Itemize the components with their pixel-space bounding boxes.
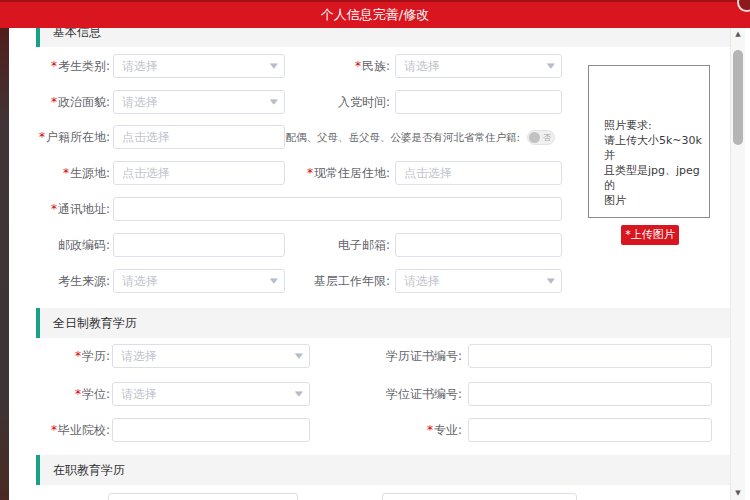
page-title: 个人信息完善/修改 xyxy=(0,2,750,27)
section-header-fulltime-education: 全日制教育学历 xyxy=(36,308,730,338)
graduate-school-label: *毕业院校: xyxy=(15,418,110,442)
education-select[interactable]: 请选择 ▼ xyxy=(112,344,310,368)
label-text: 考生来源: xyxy=(58,274,110,288)
ethnicity-label: *民族: xyxy=(239,54,390,78)
photo-requirements-line: 图片 xyxy=(604,193,703,208)
section-header-basic: 基本信息 xyxy=(36,28,730,47)
toggle-knob xyxy=(529,132,540,143)
party-join-time-input[interactable] xyxy=(395,90,562,114)
candidate-source-label: 考生来源: xyxy=(15,269,110,293)
grassroots-years-label: 基层工作年限: xyxy=(239,269,390,293)
label-text: 政治面貌: xyxy=(58,95,110,109)
select-value: 请选择 xyxy=(121,386,157,403)
photo-requirements-line: 照片要求: xyxy=(604,118,703,133)
degree-select[interactable]: 请选择 ▼ xyxy=(112,382,310,406)
hukou-toggle[interactable]: 否 xyxy=(527,130,555,145)
section-header-onjob-education: 在职教育学历 xyxy=(36,455,730,485)
chevron-down-icon: ▼ xyxy=(294,352,302,360)
required-asterisk: * xyxy=(307,166,313,180)
label-text: 民族: xyxy=(362,59,390,73)
label-text: 基层工作年限: xyxy=(314,274,390,288)
photo-requirements-line: 且类型是jpg、jpeg的 xyxy=(604,163,703,193)
scrollbar-thumb[interactable] xyxy=(733,50,743,145)
label-text: 入党时间: xyxy=(338,95,390,109)
required-asterisk: * xyxy=(63,166,69,180)
required-asterisk: * xyxy=(75,349,81,363)
section-title: 在职教育学历 xyxy=(53,463,125,477)
required-asterisk: * xyxy=(51,59,57,73)
label-text: 学位证书编号: xyxy=(386,387,462,401)
onjob-input-right-partial[interactable] xyxy=(382,493,577,500)
select-value: 请选择 xyxy=(121,348,157,365)
major-label: *专业: xyxy=(311,418,462,442)
grassroots-years-select[interactable]: 请选择 ▼ xyxy=(395,269,562,293)
label-text: 生源地: xyxy=(70,166,110,180)
chevron-down-icon: ▼ xyxy=(294,390,302,398)
label-text: 学历证书编号: xyxy=(386,349,462,363)
upload-photo-button[interactable]: *上传图片 xyxy=(621,225,679,245)
chevron-down-icon: ▼ xyxy=(546,277,554,285)
email-input[interactable] xyxy=(395,233,562,257)
scroll-down-icon[interactable]: ▼ xyxy=(731,487,745,500)
label-text: 专业: xyxy=(434,423,462,437)
education-cert-no-label: 学历证书编号: xyxy=(311,344,462,368)
postal-code-label: 邮政编码: xyxy=(15,233,110,257)
modal-header: 个人信息完善/修改 xyxy=(0,0,750,28)
current-residence-input[interactable] xyxy=(395,161,562,185)
label-text: 邮政编码: xyxy=(58,238,110,252)
education-cert-no-input[interactable] xyxy=(468,344,712,368)
required-asterisk: * xyxy=(51,95,57,109)
education-label: *学历: xyxy=(15,344,110,368)
required-asterisk: * xyxy=(51,423,57,437)
hukou-location-label: *户籍所在地: xyxy=(15,125,110,149)
section-title: 基本信息 xyxy=(53,28,101,39)
email-label: 电子邮箱: xyxy=(239,233,390,257)
label-text: 通讯地址: xyxy=(58,202,110,216)
origin-place-label: *生源地: xyxy=(15,161,110,185)
required-asterisk: * xyxy=(51,202,57,216)
chevron-down-icon: ▼ xyxy=(546,62,554,70)
major-input[interactable] xyxy=(468,418,712,442)
hukou-location-input[interactable] xyxy=(113,125,285,149)
select-value: 请选择 xyxy=(404,273,440,290)
required-asterisk: * xyxy=(75,387,81,401)
party-join-time-label: 入党时间: xyxy=(239,90,390,114)
select-value: 请选择 xyxy=(404,58,440,75)
scroll-up-icon[interactable]: ▲ xyxy=(731,28,745,41)
political-status-label: *政治面貌: xyxy=(15,90,110,114)
photo-requirements-line: 请上传大小5k~30k并 xyxy=(604,133,703,163)
label-text: 学历: xyxy=(82,349,110,363)
label-text: 考生类别: xyxy=(58,59,110,73)
candidate-type-label: *考生类别: xyxy=(15,54,110,78)
required-asterisk: * xyxy=(427,423,433,437)
current-residence-label: *现常住居住地: xyxy=(239,161,390,185)
personal-info-form: 基本信息 *考生类别: 请选择 ▼ *民族: 请选择 ▼ *政治面貌: 请选择 … xyxy=(9,28,730,500)
ethnicity-select[interactable]: 请选择 ▼ xyxy=(395,54,562,78)
degree-cert-no-label: 学位证书编号: xyxy=(311,382,462,406)
mailing-address-input[interactable] xyxy=(113,197,562,221)
mailing-address-label: *通讯地址: xyxy=(15,197,110,221)
required-asterisk: * xyxy=(39,130,45,144)
hukou-question-label: 配偶、父母、岳父母、公婆是否有河北省常住户籍: xyxy=(280,125,520,149)
select-value: 请选择 xyxy=(122,58,158,75)
label-text: 电子邮箱: xyxy=(338,238,390,252)
label-text: 户籍所在地: xyxy=(46,130,110,144)
section-title: 全日制教育学历 xyxy=(53,316,137,330)
label-text: 毕业院校: xyxy=(58,423,110,437)
graduate-school-input[interactable] xyxy=(112,418,310,442)
degree-label: *学位: xyxy=(15,382,110,406)
onjob-input-left-partial[interactable] xyxy=(108,493,298,500)
scrollbar[interactable]: ▲ ▼ xyxy=(730,28,745,500)
photo-placeholder: 照片要求: 请上传大小5k~30k并 且类型是jpg、jpeg的 图片 xyxy=(588,65,710,218)
select-value: 请选择 xyxy=(122,94,158,111)
page-background-strip xyxy=(0,28,9,500)
required-asterisk: * xyxy=(355,59,361,73)
select-value: 请选择 xyxy=(122,273,158,290)
label-text: 现常住居住地: xyxy=(314,166,390,180)
toggle-state-label: 否 xyxy=(543,131,551,144)
label-text: 配偶、父母、岳父母、公婆是否有河北省常住户籍: xyxy=(285,131,520,143)
label-text: 学位: xyxy=(82,387,110,401)
degree-cert-no-input[interactable] xyxy=(468,382,712,406)
